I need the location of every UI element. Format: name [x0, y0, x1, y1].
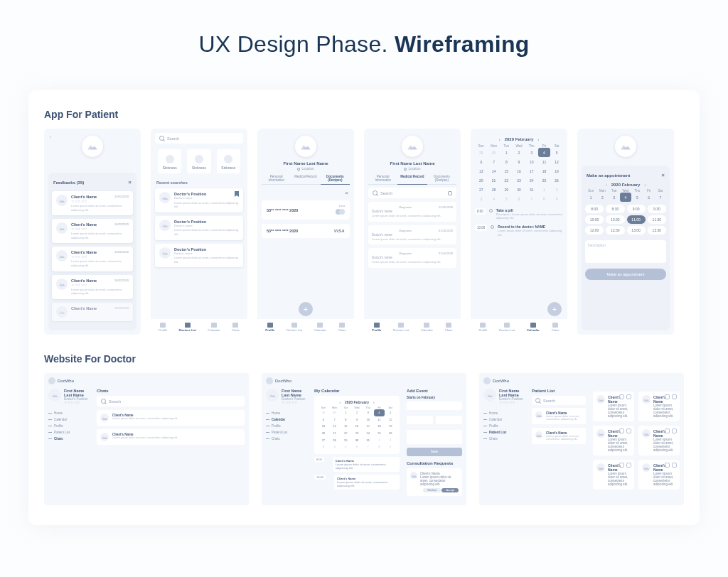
phone-calendar: ‹2020 February› SunMonTueWedThuFriSat 29… [471, 129, 567, 335]
time-slot[interactable]: 8:00 [585, 205, 604, 213]
close-icon[interactable]: × [661, 172, 665, 178]
menu-patients[interactable]: Patient List [48, 429, 90, 436]
time-slot[interactable]: 11:00 [627, 215, 646, 224]
request-card: Client's NameLorem ipsum dolor sit amet,… [407, 468, 462, 496]
pin-icon [297, 167, 301, 171]
make-appointment-button[interactable]: Make an appointment [585, 269, 666, 280]
time-slot[interactable]: 13:30 [648, 226, 666, 234]
logo: DocWho [48, 377, 245, 384]
nav-chats[interactable]: Chats [232, 323, 240, 332]
diagnosis-item[interactable]: Diagnosis12.05.2020Doctor's nameLorem ip… [368, 202, 456, 222]
time-slot[interactable]: 10:30 [606, 215, 624, 224]
menu-home[interactable]: Home [48, 410, 90, 416]
time-slot[interactable]: 12:00 [585, 226, 604, 234]
payment-card[interactable]: 53** **** **** 2020VISA [262, 224, 350, 238]
tab-personal[interactable]: Personal Information [262, 175, 291, 185]
avatar-icon [56, 195, 68, 206]
decline-button[interactable]: Decline [423, 488, 441, 492]
search-input[interactable]: Search [97, 396, 245, 406]
calendar-grid[interactable]: 2930123456789101112131415161718192021222… [475, 148, 563, 203]
page-title: UX Design Phase. Wireframing [0, 0, 728, 77]
search-icon [159, 136, 164, 141]
time-slot[interactable]: 9:30 [648, 205, 666, 213]
event-dot-icon [489, 209, 493, 212]
description-input[interactable]: Description [585, 240, 666, 263]
accept-button[interactable]: Accept [441, 488, 459, 492]
prev-month-icon[interactable]: ‹ [499, 137, 500, 141]
chat-item[interactable]: Client's NameLorem ipsum dolor sit amet,… [97, 410, 245, 426]
call-icon [619, 394, 624, 399]
category-chip[interactable]: Sickness [187, 149, 210, 173]
profile-tabs: Personal InformationMedical RecordDocume… [262, 175, 350, 185]
nav-profile[interactable]: Profile [159, 323, 167, 332]
category-chip[interactable]: Sickness [158, 149, 181, 173]
nav-doctors[interactable]: Doctors List [179, 323, 196, 332]
category-chip[interactable]: Sickness [217, 149, 240, 173]
more-icon[interactable] [339, 205, 345, 207]
phone-feedbacks: ‹ Feedbacks (35)× Client's Name15/02/202… [44, 129, 141, 335]
date-input[interactable] [407, 401, 462, 410]
menu-chats[interactable]: Chats [48, 436, 90, 442]
payment-card[interactable]: 53** **** **** 2020 [262, 200, 350, 220]
section-patient-label: App For Patient [44, 109, 684, 120]
filter-icon[interactable] [448, 191, 452, 195]
close-icon[interactable]: × [128, 179, 132, 185]
search-input[interactable]: Search [155, 133, 243, 144]
sheet-title: Feedbacks (35) [53, 180, 84, 185]
recent-label: Recent searches [156, 180, 242, 185]
month-label: 2020 February [505, 137, 534, 141]
tab-documents[interactable]: Documents (Recipes) [321, 175, 350, 185]
feedback-sheet: Feedbacks (35)× Client's Name15/02/2020☆… [48, 173, 136, 330]
phone-appointment: Make an appointment× ‹2020 February› Sun… [577, 129, 674, 335]
time-slot[interactable]: 13:00 [627, 226, 646, 234]
time-slot[interactable]: 12:30 [606, 226, 624, 234]
sidebar: First Name Last NameDoctor's Position☆☆☆… [48, 389, 90, 448]
menu-calendar[interactable]: Calendar [48, 416, 90, 423]
appointment-sheet: Make an appointment× ‹2020 February› Sun… [582, 166, 670, 330]
visa-icon: VISA [334, 229, 345, 233]
menu-profile[interactable]: Profile [48, 423, 90, 429]
close-icon[interactable]: × [345, 190, 348, 196]
next-month-icon[interactable]: › [537, 137, 539, 141]
time-end-input[interactable] [436, 416, 462, 424]
chat-item[interactable]: Client's NameLorem ipsum dolor sit amet,… [97, 429, 245, 445]
time-slot[interactable]: 8:30 [606, 205, 624, 213]
doctor-web-row: DocWho First Name Last NameDoctor's Posi… [44, 373, 684, 505]
phone-search: Search Sickness Sickness Sickness Recent… [151, 129, 247, 335]
save-button[interactable]: Save [407, 448, 462, 456]
web-chats: DocWho First Name Last NameDoctor's Posi… [44, 373, 249, 505]
back-icon[interactable]: ‹ [50, 134, 51, 139]
tab-medical[interactable]: Medical Record [291, 175, 320, 185]
mastercard-icon [336, 209, 345, 215]
diagnosis-item[interactable]: Diagnosis01.04.2020Doctor's nameLorem ip… [368, 225, 456, 245]
nav-calendar[interactable]: Calendar [208, 323, 220, 332]
time-slot[interactable]: 9:00 [627, 205, 646, 213]
time-start-input[interactable] [407, 416, 433, 424]
bottom-nav: Profile Doctors List Calendar Chats [151, 319, 247, 335]
add-fab[interactable]: + [547, 302, 562, 316]
chat-icon [626, 394, 631, 399]
time-slot[interactable]: 10:00 [585, 215, 604, 224]
wireframe-panel: App For Patient ‹ Feedbacks (35)× Client… [28, 90, 700, 525]
patient-app-row: ‹ Feedbacks (35)× Client's Name15/02/202… [44, 129, 684, 335]
avatar [82, 136, 103, 157]
diagnosis-item[interactable]: Diagnosis01.04.2020Doctor's nameLorem ip… [368, 248, 456, 268]
appointment-card[interactable]: Client's NameLorem ipsum dolor sit amet,… [593, 392, 634, 421]
search-input[interactable]: Search [368, 188, 456, 198]
phone-medical-record: First Name Last Name Location Personal I… [364, 129, 461, 335]
time-slots: 8:008:309:009:3010:0010:3011:0011:3012:0… [585, 205, 666, 234]
section-doctor-label: Website For Doctor [44, 353, 684, 365]
add-fab[interactable]: + [299, 302, 313, 316]
phone-documents: First Name Last Name Location Personal I… [257, 129, 354, 335]
web-calendar: DocWho First Name Last NameDoctor's Posi… [262, 373, 466, 505]
web-patient-list: DocWho First Name Last NameDoctor's Posi… [479, 373, 684, 505]
event-desc-input[interactable] [407, 430, 462, 444]
time-slot[interactable]: 11:30 [648, 215, 666, 224]
